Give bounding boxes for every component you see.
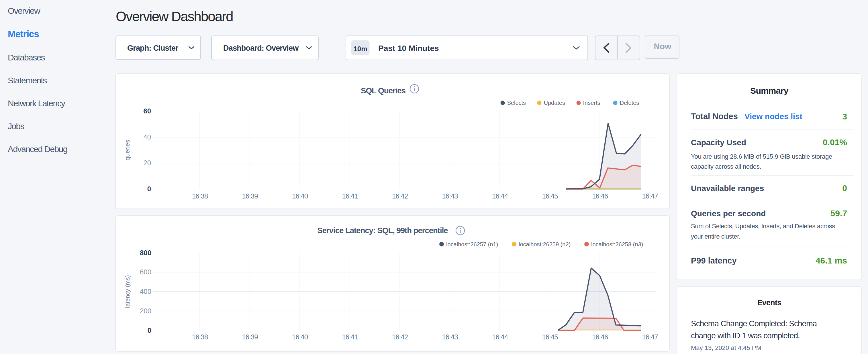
svg-text:16:39: 16:39 [242, 333, 258, 341]
svg-text:Past 10 Minutes: Past 10 Minutes [378, 44, 439, 53]
svg-text:Deletes: Deletes [620, 100, 639, 106]
svg-text:16:39: 16:39 [242, 192, 258, 200]
svg-text:16:46: 16:46 [592, 192, 608, 200]
svg-text:SQL Queries: SQL Queries [361, 86, 406, 95]
svg-text:Queries per second: Queries per second [691, 209, 766, 218]
svg-text:16:40: 16:40 [292, 192, 308, 200]
svg-text:localhost:26257 (n1): localhost:26257 (n1) [446, 241, 498, 248]
svg-text:localhost:26258 (n3): localhost:26258 (n3) [591, 241, 643, 248]
svg-text:Inserts: Inserts [583, 100, 600, 106]
svg-text:16:43: 16:43 [442, 192, 458, 200]
svg-text:Metrics: Metrics [8, 29, 39, 39]
svg-text:Unavailable ranges: Unavailable ranges [691, 184, 764, 193]
svg-text:Service Latency: SQL, 99th per: Service Latency: SQL, 99th percentile [317, 226, 448, 235]
svg-text:Schema Change Completed: Schem: Schema Change Completed: Schema [691, 319, 817, 328]
svg-text:latency (ms): latency (ms) [124, 275, 131, 308]
svg-text:Sum of Selects, Updates, Inser: Sum of Selects, Updates, Inserts, and De… [691, 223, 835, 230]
svg-text:View nodes list: View nodes list [744, 112, 802, 121]
svg-text:600: 600 [140, 268, 151, 276]
svg-text:Advanced Debug: Advanced Debug [8, 144, 67, 154]
svg-text:800: 800 [140, 249, 151, 257]
svg-text:0: 0 [147, 185, 151, 193]
svg-text:16:46: 16:46 [592, 333, 608, 341]
svg-text:16:41: 16:41 [342, 192, 358, 200]
svg-text:16:42: 16:42 [392, 333, 408, 341]
svg-text:60: 60 [143, 107, 151, 115]
svg-text:46.1 ms: 46.1 ms [815, 256, 847, 265]
svg-text:Statements: Statements [8, 75, 47, 85]
svg-text:59.7: 59.7 [831, 208, 847, 218]
svg-text:Overview Dashboard: Overview Dashboard [116, 9, 233, 24]
svg-text:0: 0 [148, 326, 151, 334]
svg-text:16:44: 16:44 [492, 333, 508, 341]
svg-text:Events: Events [757, 298, 781, 307]
svg-text:16:38: 16:38 [192, 333, 208, 341]
svg-text:Now: Now [654, 42, 672, 51]
svg-text:16:45: 16:45 [542, 333, 558, 341]
svg-text:16:40: 16:40 [292, 333, 308, 341]
svg-text:16:45: 16:45 [542, 192, 558, 200]
svg-text:16:43: 16:43 [442, 333, 458, 341]
svg-text:your entire cluster.: your entire cluster. [691, 233, 741, 240]
svg-text:Updates: Updates [544, 100, 565, 106]
svg-text:0.01%: 0.01% [823, 137, 847, 147]
svg-text:Selects: Selects [507, 100, 526, 106]
svg-text:queries: queries [124, 140, 131, 160]
svg-text:Dashboard: Overview: Dashboard: Overview [223, 44, 299, 53]
svg-text:16:47: 16:47 [642, 333, 658, 341]
svg-text:3: 3 [842, 112, 847, 121]
svg-text:16:38: 16:38 [192, 192, 208, 200]
svg-text:16:42: 16:42 [392, 192, 408, 200]
svg-text:10m: 10m [353, 45, 367, 53]
svg-text:capacity across all nodes.: capacity across all nodes. [691, 163, 761, 170]
svg-text:Overview: Overview [8, 6, 40, 15]
svg-text:Capacity Used: Capacity Used [691, 138, 746, 147]
svg-text:You are using 28.6 MiB of 515.: You are using 28.6 MiB of 515.9 GiB usab… [691, 153, 832, 160]
svg-text:16:44: 16:44 [492, 192, 508, 200]
svg-text:20: 20 [143, 159, 151, 167]
svg-text:16:41: 16:41 [342, 333, 358, 341]
svg-text:Jobs: Jobs [8, 122, 24, 131]
svg-text:16:47: 16:47 [642, 192, 658, 200]
svg-text:May 13, 2020 at 4:45 PM: May 13, 2020 at 4:45 PM [691, 344, 762, 351]
svg-text:Network Latency: Network Latency [8, 99, 65, 108]
svg-text:Databases: Databases [8, 53, 45, 62]
svg-text:localhost:26259 (n2): localhost:26259 (n2) [519, 241, 570, 248]
svg-text:P99 latency: P99 latency [691, 256, 737, 265]
svg-text:0: 0 [842, 183, 847, 193]
svg-text:Summary: Summary [750, 86, 788, 95]
svg-text:change with ID 1 was completed: change with ID 1 was completed. [691, 331, 800, 340]
svg-text:Total Nodes: Total Nodes [691, 112, 738, 121]
svg-text:40: 40 [143, 133, 151, 141]
svg-text:200: 200 [140, 307, 151, 315]
svg-text:Graph: Cluster: Graph: Cluster [127, 44, 179, 53]
svg-text:400: 400 [140, 288, 151, 295]
